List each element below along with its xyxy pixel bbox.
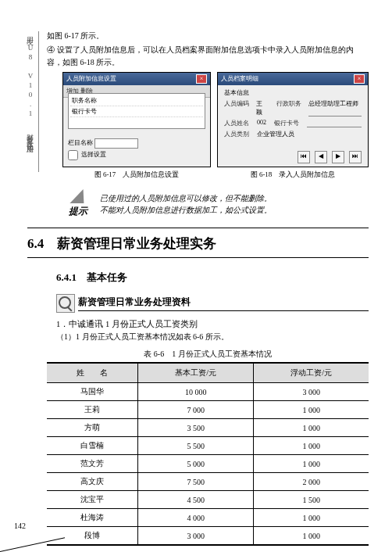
sub-heading-1: 1．中诚通讯 1 月份正式人员工资类别 xyxy=(56,319,369,330)
field-label: 栏目名称 xyxy=(68,139,93,146)
table-cell: 1 000 xyxy=(254,527,369,546)
bank-card-input[interactable] xyxy=(307,119,362,127)
next-icon[interactable]: ▶ xyxy=(332,151,344,163)
table-row: 白雪楠5 5001 000 xyxy=(47,437,369,455)
field-label: 人员姓名 xyxy=(224,119,257,127)
prev-icon[interactable]: ◀ xyxy=(315,151,327,163)
heading-6-4: 6.4 薪资管理日常业务处理实务 xyxy=(27,235,369,253)
dialog-6-18: 人员档案明细 × 基本信息 人员编码 王颖 行政职务 总经理助理工程师 人员姓名… xyxy=(217,72,369,167)
field-value: 002 xyxy=(257,119,266,127)
dialog-list: 职务名称 银行卡号 xyxy=(68,93,205,129)
table-cell: 5 500 xyxy=(137,437,253,455)
first-icon[interactable]: ⏮ xyxy=(298,151,310,163)
table-cell: 3 000 xyxy=(137,527,253,546)
table-cell: 1 000 xyxy=(254,419,369,437)
page-content: 如图 6-17 所示。 ④ 设置了人员附加信息后，可以在人员档案界面附加信息选项… xyxy=(47,0,369,546)
table-cell: 高文庆 xyxy=(47,473,137,491)
close-icon[interactable]: × xyxy=(196,74,207,84)
checkbox-label: 选择设置 xyxy=(81,151,106,158)
field-label: 银行卡号 xyxy=(274,119,307,127)
heading-6-4-1: 6.4.1 基本任务 xyxy=(56,271,369,285)
dialog-6-17: 人员附加信息设置 × 增加 删除 职务名称 银行卡号 栏目名称 选择设置 xyxy=(62,72,211,167)
page-number: 142 xyxy=(14,522,26,530)
close-icon[interactable]: × xyxy=(354,74,365,84)
table-row: 方萌3 5001 000 xyxy=(47,419,369,437)
table-cell: 3 500 xyxy=(137,419,253,437)
table-header: 浮动工资/元 xyxy=(254,363,369,383)
dialog-title-bar: 人员档案明细 × xyxy=(218,73,368,85)
dialog-title-text: 人员附加信息设置 xyxy=(66,74,116,84)
figure-row: 人员附加信息设置 × 增加 删除 职务名称 银行卡号 栏目名称 选择设置 xyxy=(62,72,369,180)
material-title: 薪资管理日常业务处理资料 xyxy=(78,296,369,311)
table-row: 王莉7 0001 000 xyxy=(47,401,369,419)
table-cell: 白雪楠 xyxy=(47,437,137,455)
table-cell: 王莉 xyxy=(47,401,137,419)
table-cell: 沈宝平 xyxy=(47,491,137,509)
table-cell: 4 500 xyxy=(137,491,253,509)
section-divider xyxy=(27,257,369,258)
tip-line: 已使用过的人员附加信息可以修改，但不能删除。 xyxy=(100,192,272,204)
tip-line: 不能对人员附加信息进行数据加工，如公式设置。 xyxy=(100,204,272,216)
bird-icon xyxy=(69,189,86,203)
table-cell: 1 000 xyxy=(254,437,369,455)
field-value: 王颖 xyxy=(256,99,269,116)
table-header: 基本工资/元 xyxy=(137,363,253,383)
figure-6-18: 人员档案明细 × 基本信息 人员编码 王颖 行政职务 总经理助理工程师 人员姓名… xyxy=(217,72,369,180)
field-name-input[interactable] xyxy=(94,138,138,149)
dialog-footer: 栏目名称 选择设置 xyxy=(68,138,205,162)
field-label: 人员类别 xyxy=(224,130,257,138)
table-header: 姓 名 xyxy=(47,363,137,383)
field-label: 人员编码 xyxy=(224,99,256,116)
table-caption: 表 6-6 1 月份正式人员工资基本情况 xyxy=(47,349,369,360)
dialog-title-bar: 人员附加信息设置 × xyxy=(63,73,210,85)
page-corner-ornament xyxy=(0,532,70,552)
field-value: 总经理助理工程师 xyxy=(308,99,362,116)
table-row: 马国华10 0003 000 xyxy=(47,383,369,401)
salary-table: 姓 名基本工资/元浮动工资/元 马国华10 0003 000王莉7 0001 0… xyxy=(47,362,369,546)
sub-text-1: （1）1 月份正式人员工资基本情况如表 6-6 所示。 xyxy=(56,332,369,342)
table-cell: 范文芳 xyxy=(47,455,137,473)
table-row: 段博3 0001 000 xyxy=(47,527,369,546)
intro-line-1: 如图 6-17 所示。 xyxy=(47,30,369,42)
table-cell: 10 000 xyxy=(137,383,253,401)
dialog-title-text: 人员档案明细 xyxy=(221,74,258,84)
section-divider xyxy=(27,228,369,228)
field-label: 行政职务 xyxy=(276,99,308,116)
tip-text: 已使用过的人员附加信息可以修改，但不能删除。 不能对人员附加信息进行数据加工，如… xyxy=(100,192,272,216)
table-row: 杜海涛4 0001 000 xyxy=(47,509,369,527)
dialog-nav-buttons: ⏮ ◀ ▶ ⏭ xyxy=(298,151,362,163)
table-cell: 7 500 xyxy=(137,473,253,491)
tip-icon: 提示 xyxy=(62,189,94,218)
table-cell: 5 000 xyxy=(137,455,253,473)
tip-label: 提示 xyxy=(62,205,94,218)
table-cell: 1 000 xyxy=(254,509,369,527)
table-cell: 1 500 xyxy=(254,491,369,509)
table-cell: 1 000 xyxy=(254,401,369,419)
intro-line-2: ④ 设置了人员附加信息后，可以在人员档案界面附加信息选项卡中录入人员附加信息的内… xyxy=(47,44,369,69)
table-cell: 4 000 xyxy=(137,509,253,527)
table-row: 沈宝平4 5001 500 xyxy=(47,491,369,509)
table-cell: 马国华 xyxy=(47,383,137,401)
figure-caption: 图 6-18 录入人员附加信息 xyxy=(217,170,369,180)
table-cell: 3 000 xyxy=(254,383,369,401)
tab-label[interactable]: 基本信息 xyxy=(224,88,362,97)
figure-6-17: 人员附加信息设置 × 增加 删除 职务名称 银行卡号 栏目名称 选择设置 xyxy=(62,72,211,180)
option-checkbox[interactable] xyxy=(68,150,78,160)
side-book-title: 用友 U8 V10.1 财务业务一体化应用 xyxy=(25,31,39,172)
table-cell: 2 000 xyxy=(254,473,369,491)
magnifier-icon xyxy=(56,294,75,313)
table-row: 范文芳5 0001 000 xyxy=(47,455,369,473)
material-heading: 薪资管理日常业务处理资料 xyxy=(56,294,369,313)
dialog-form: 基本信息 人员编码 王颖 行政职务 总经理助理工程师 人员姓名 002 银行卡号 xyxy=(218,85,368,144)
field-value: 企业管理人员 xyxy=(257,130,294,138)
figure-caption: 图 6-17 人员附加信息设置 xyxy=(62,170,211,180)
table-cell: 1 000 xyxy=(254,455,369,473)
table-cell: 7 000 xyxy=(137,401,253,419)
list-row[interactable]: 职务名称 xyxy=(70,95,203,106)
table-row: 高文庆7 5002 000 xyxy=(47,473,369,491)
table-cell: 方萌 xyxy=(47,419,137,437)
tip-box: 提示 已使用过的人员附加信息可以修改，但不能删除。 不能对人员附加信息进行数据加… xyxy=(62,189,369,218)
list-row[interactable]: 银行卡号 xyxy=(70,106,203,117)
table-cell: 杜海涛 xyxy=(47,509,137,527)
last-icon[interactable]: ⏭ xyxy=(349,151,362,163)
